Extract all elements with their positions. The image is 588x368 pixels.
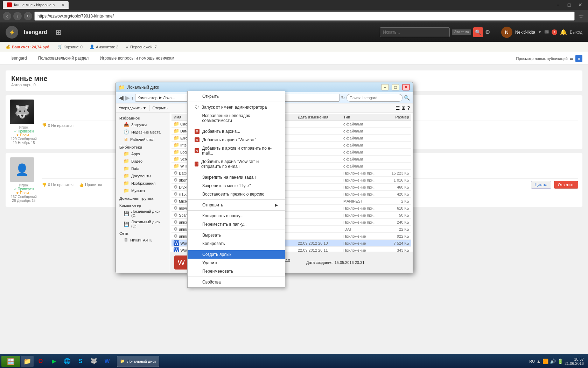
sidebar-apps[interactable]: 📁 Apps bbox=[116, 150, 170, 157]
back-button[interactable]: ‹ bbox=[3, 12, 11, 20]
ctx-menu-item[interactable]: 🛡Запуск от имени администратора bbox=[188, 103, 285, 111]
sidebar-desktop[interactable]: 🖥 Рабочий стол bbox=[116, 136, 170, 143]
taskbar-active-app[interactable]: 📁 Локальный диск bbox=[117, 356, 159, 367]
tray-battery-icon[interactable]: 🔋 bbox=[557, 359, 563, 364]
explorer-search[interactable] bbox=[346, 94, 402, 102]
explorer-search-btn[interactable]: 🔍 bbox=[404, 95, 410, 101]
bookmark-star[interactable]: ☆ bbox=[577, 12, 585, 20]
browser-minimize[interactable]: − bbox=[553, 1, 563, 8]
ctx-menu-item[interactable]: Копировать в папку... bbox=[188, 212, 285, 220]
favorites-label[interactable]: Избранное bbox=[116, 115, 170, 121]
dislike-btn-2[interactable]: 👎 0 Не нравится bbox=[42, 183, 74, 187]
open-btn[interactable]: Открыть bbox=[152, 106, 167, 110]
site-gear-icon[interactable]: ⚙ bbox=[485, 29, 490, 35]
site-username[interactable]: NekitNikita bbox=[515, 30, 535, 35]
ctx-menu-item[interactable]: Переместить в папку... bbox=[188, 220, 285, 229]
taskbar-chrome[interactable]: 🌐 bbox=[61, 356, 74, 367]
dislike-btn-1[interactable]: 👎 0 Не нравится bbox=[42, 123, 74, 128]
list-view-toggle[interactable]: ☰ bbox=[396, 105, 400, 111]
list-view-icon[interactable]: ☰ bbox=[570, 56, 573, 61]
tray-up-arrow[interactable]: ▲ bbox=[536, 359, 541, 364]
explorer-forward[interactable]: ▶ bbox=[125, 94, 130, 102]
tiles-view-toggle[interactable]: ⊞ bbox=[401, 105, 406, 111]
explorer-up[interactable]: ↑ bbox=[131, 95, 134, 101]
explorer-minimize[interactable]: − bbox=[381, 84, 389, 90]
explorer-back[interactable]: ◀ bbox=[119, 94, 124, 102]
quote-button[interactable]: Цитата bbox=[531, 181, 551, 189]
site-search-button[interactable]: 🔍 bbox=[473, 27, 483, 37]
homegroup-label[interactable]: Домашняя группа bbox=[116, 196, 170, 201]
col-type[interactable]: Тип bbox=[341, 114, 383, 121]
site-grid-icon[interactable]: ⊞ bbox=[56, 28, 62, 36]
dislike-label-2: Не нравится bbox=[51, 183, 74, 187]
system-clock[interactable]: 18:57 21.06.2016 bbox=[565, 357, 584, 366]
explorer-refresh[interactable]: ↻ bbox=[341, 95, 345, 101]
sidebar-data[interactable]: 📁 Data bbox=[116, 165, 170, 172]
col-date[interactable]: Дата изменения bbox=[296, 114, 341, 121]
site-search-input[interactable] bbox=[380, 27, 450, 37]
sidebar-music[interactable]: 📁 Музыка bbox=[116, 187, 170, 194]
ctx-menu-item[interactable]: Закрепить в меню "Пуск" bbox=[188, 182, 285, 190]
libraries-label[interactable]: Библиотеки bbox=[116, 144, 170, 150]
mail-icon[interactable]: ✉ bbox=[544, 29, 549, 35]
sidebar-downloads[interactable]: 📥 Загрузки bbox=[116, 121, 170, 128]
sidebar-video[interactable]: 📁 Видео bbox=[116, 157, 170, 165]
ctx-menu-item[interactable]: Исправление неполадок совместимости bbox=[188, 111, 285, 125]
refresh-button[interactable]: ↻ bbox=[24, 12, 32, 20]
col-size[interactable]: Размер bbox=[383, 114, 411, 121]
taskbar-explorer[interactable]: 📁 bbox=[21, 356, 34, 367]
tray-sound-icon[interactable]: 🔊 bbox=[550, 359, 556, 364]
ctx-menu-item[interactable]: Закрепить на панели задач bbox=[188, 173, 285, 182]
tray-network-icon[interactable]: 📶 bbox=[542, 359, 548, 364]
organize-btn[interactable]: Упорядочить ▼ bbox=[119, 106, 146, 110]
file-type: Приложение при... bbox=[341, 205, 383, 212]
ctx-menu-item[interactable]: RДобавить в архив "Wow.rar" bbox=[188, 136, 285, 144]
start-button[interactable]: 🪟 bbox=[1, 356, 20, 367]
ctx-menu-item[interactable]: RДобавить в архив "Wow.rar" и отправить … bbox=[188, 157, 285, 171]
sidebar-nikita-pc[interactable]: 🖥 НИКИТА-ПК bbox=[116, 236, 170, 244]
browser-maximize[interactable]: □ bbox=[564, 1, 574, 8]
tab-close[interactable]: ✕ bbox=[61, 3, 64, 7]
computer-label[interactable]: Компьютер bbox=[116, 203, 170, 208]
view-publications[interactable]: Просмотр новых публикаций ☰ в bbox=[516, 55, 582, 62]
nav-tab-user[interactable]: Пользовательский раздел bbox=[33, 53, 94, 64]
taskbar-player[interactable]: ▶ bbox=[48, 356, 60, 367]
taskbar-opera[interactable]: O bbox=[34, 356, 47, 367]
dropdown-arrow[interactable]: ▼ bbox=[538, 30, 541, 34]
ctx-menu-item[interactable]: Копировать bbox=[188, 239, 285, 248]
ctx-menu-item[interactable]: Создать ярлык bbox=[188, 250, 285, 259]
sidebar-drive-d[interactable]: 💾 Локальный диск (D: bbox=[116, 219, 170, 229]
taskbar-skype[interactable]: S bbox=[74, 356, 87, 367]
winrar-icon: R bbox=[195, 162, 198, 166]
ctx-menu-item[interactable]: Удалить bbox=[188, 259, 285, 267]
ctx-menu-item[interactable]: RДобавить в архив... bbox=[188, 127, 285, 136]
nav-tab-game[interactable]: Игровые вопросы и помощь новичкам bbox=[95, 53, 179, 64]
sidebar-docs[interactable]: 📁 Документы bbox=[116, 172, 170, 179]
sidebar-drive-c[interactable]: 💾 Локальный диск (C: bbox=[116, 208, 170, 219]
ctx-menu-item[interactable]: Восстановить прежнюю версию bbox=[188, 190, 285, 198]
help-btn[interactable]: ? bbox=[407, 105, 410, 111]
ctx-menu-item[interactable]: Свойства bbox=[188, 278, 285, 286]
network-label[interactable]: Сеть bbox=[116, 231, 170, 236]
like-btn-2[interactable]: 👍 Нравится bbox=[79, 183, 102, 187]
bell-icon[interactable]: 🔔 bbox=[560, 29, 567, 35]
taskbar-wow[interactable]: W bbox=[101, 356, 113, 367]
browser-close[interactable]: ✕ bbox=[575, 1, 585, 8]
exit-link[interactable]: Выход bbox=[570, 30, 582, 35]
ctx-menu-item[interactable]: Отправить▶ bbox=[188, 201, 285, 209]
ctx-menu-item[interactable]: RДобавить в архив и отправить по e-mail.… bbox=[188, 144, 285, 157]
explorer-close[interactable]: ✕ bbox=[402, 84, 410, 90]
url-input[interactable] bbox=[34, 12, 575, 21]
reply-button[interactable]: Ответить bbox=[554, 181, 578, 189]
vk-icon[interactable]: в bbox=[575, 55, 582, 62]
ctx-menu-item[interactable]: Открыть bbox=[188, 92, 285, 101]
browser-tab[interactable]: Кинье мне - Игровые в... ✕ bbox=[3, 1, 69, 9]
forward-button[interactable]: › bbox=[13, 12, 22, 20]
ctx-menu-item[interactable]: Вырезать bbox=[188, 231, 285, 239]
sidebar-recent[interactable]: 🕐 Недавние места bbox=[116, 128, 170, 136]
nav-tab-isengard[interactable]: Isengard bbox=[6, 53, 32, 64]
ctx-menu-item[interactable]: Переименовать bbox=[188, 267, 285, 275]
taskbar-wolf[interactable]: 🐺 bbox=[88, 356, 100, 367]
explorer-maximize[interactable]: □ bbox=[392, 84, 399, 90]
sidebar-images[interactable]: 📁 Изображения bbox=[116, 179, 170, 187]
